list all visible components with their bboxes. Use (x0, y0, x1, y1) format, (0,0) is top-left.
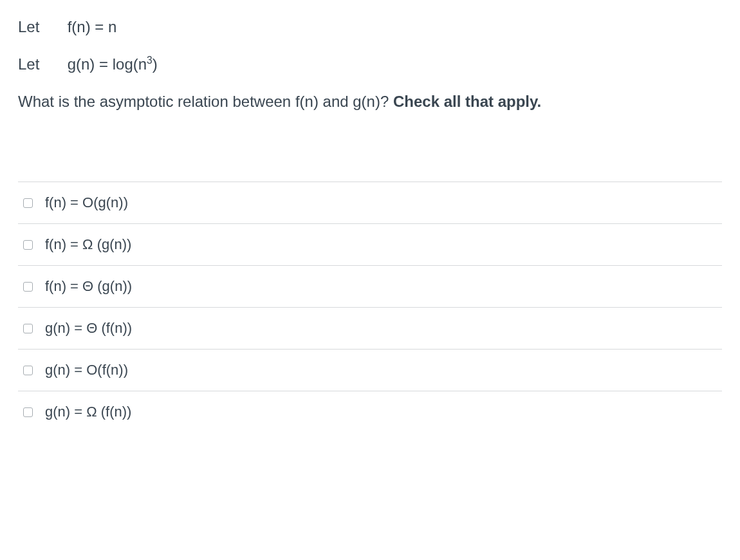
checkbox[interactable] (23, 282, 33, 292)
checkbox[interactable] (23, 366, 33, 375)
option-label: g(n) = Ω (f(n)) (45, 404, 131, 420)
fn-definition: f(n) = n (68, 18, 117, 35)
gn-definition: g(n) = log(n3) (68, 55, 158, 73)
question-text: What is the asymptotic relation between … (18, 93, 393, 110)
option-label: g(n) = Θ (f(n)) (45, 320, 132, 337)
let-keyword: Let (18, 55, 63, 73)
checkbox[interactable] (23, 407, 33, 417)
option-label: f(n) = Θ (g(n)) (45, 278, 132, 295)
question-instruction: Check all that apply. (393, 93, 541, 110)
option-label: f(n) = Ω (g(n)) (45, 236, 131, 253)
prompt-line-2: Let g(n) = log(n3) (18, 55, 722, 73)
checkbox[interactable] (23, 198, 33, 208)
option-row[interactable]: f(n) = Ω (g(n)) (18, 223, 722, 265)
option-label: f(n) = O(g(n)) (45, 194, 128, 211)
prompt-line-1: Let f(n) = n (18, 18, 722, 36)
option-row[interactable]: f(n) = Θ (g(n)) (18, 265, 722, 307)
option-row[interactable]: g(n) = Ω (f(n)) (18, 391, 722, 433)
prompt-question: What is the asymptotic relation between … (18, 93, 722, 111)
question-prompt: Let f(n) = n Let g(n) = log(n3) What is … (0, 0, 740, 111)
checkbox[interactable] (23, 240, 33, 250)
option-row[interactable]: g(n) = Θ (f(n)) (18, 307, 722, 349)
let-keyword: Let (18, 18, 63, 36)
option-label: g(n) = O(f(n)) (45, 362, 128, 378)
checkbox[interactable] (23, 324, 33, 333)
option-row[interactable]: g(n) = O(f(n)) (18, 349, 722, 391)
option-row[interactable]: f(n) = O(g(n)) (18, 182, 722, 223)
options-list: f(n) = O(g(n)) f(n) = Ω (g(n)) f(n) = Θ … (0, 182, 740, 433)
